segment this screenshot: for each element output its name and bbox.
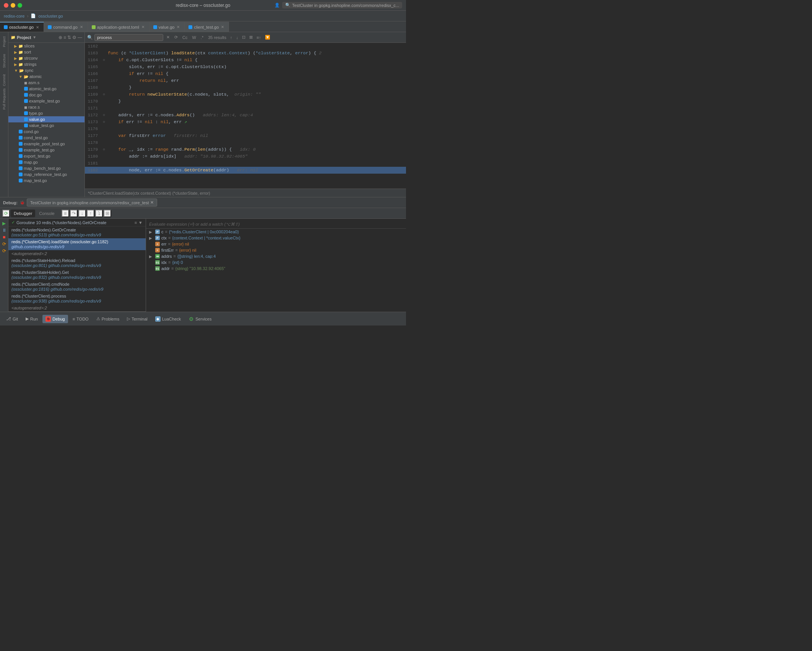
tree-item-value-test[interactable]: value_test.go [8, 122, 84, 129]
frame-item-auto-1[interactable]: <autogenerated>:2 [8, 250, 146, 257]
search-next-button[interactable]: ↓ [234, 34, 240, 41]
tab-close-osscluster[interactable]: ✕ [35, 25, 40, 29]
tree-item-map-ref[interactable]: map_reference_test.go [8, 171, 84, 177]
goroutine-menu-icon[interactable]: ≡ [135, 220, 137, 225]
bottom-btn-luacheck[interactable]: ◆ LuaCheck [152, 315, 184, 323]
var-firstErr[interactable]: ▶ ≡ firstErr = {error} nil [146, 247, 406, 253]
debug-reload2-btn[interactable]: ⟳ [1, 248, 7, 254]
bottom-btn-run[interactable]: ▶ Run [23, 315, 41, 323]
nav-breadcrumb[interactable]: 🔍 TestCluster in gopkg.inshopline.com/co… [282, 2, 402, 8]
bottom-btn-todo[interactable]: ≡ TODO [70, 315, 92, 323]
search-more-button[interactable]: ≡↑ [255, 34, 263, 41]
debug-step-into-btn[interactable]: ↓ [78, 210, 86, 217]
breadcrumb-project[interactable]: redisx-core [4, 14, 24, 18]
tab-close-command[interactable]: ✕ [79, 25, 84, 29]
sidebar-item-structure[interactable]: Structure [0, 51, 8, 70]
tree-btn-close[interactable]: — [78, 35, 82, 40]
tree-item-map-test[interactable]: map_test.go [8, 177, 84, 184]
tree-item-doc-go[interactable]: doc.go [8, 92, 84, 98]
search-prev-button[interactable]: ↑ [229, 34, 234, 41]
search-regex-button[interactable]: .* [199, 34, 205, 41]
search-context-button[interactable]: ⊡ [240, 34, 247, 41]
breadcrumb-file[interactable]: osscluster.go [38, 14, 63, 18]
eval-bar[interactable]: Evaluate expression (⏎) or add a watch (… [146, 220, 406, 229]
sidebar-item-pull-requests[interactable]: Pull Requests [0, 90, 8, 109]
code-editor[interactable]: 1162 1163 func (c *ClusterClient) loadSt… [85, 43, 406, 189]
search-filter-button[interactable]: 🔽 [263, 34, 272, 41]
tree-item-map-bench[interactable]: map_bench_test.go [8, 165, 84, 171]
tree-item-example-pool-test[interactable]: example_pool_test.go [8, 141, 84, 147]
sidebar-item-commit[interactable]: Commit [0, 70, 8, 90]
debug-step-over-btn[interactable]: ↷ [70, 210, 78, 217]
tree-item-atomic-test[interactable]: atomic_test.go [8, 86, 84, 92]
frame-item-4[interactable]: redis.(*ClusterClient).cmdNode (ossclust… [8, 281, 146, 293]
tree-btn-sort[interactable]: ⇅ [67, 35, 71, 40]
tab-console[interactable]: Console [36, 210, 57, 217]
tab-apptest[interactable]: application-gotest.toml ✕ [88, 22, 149, 32]
tree-item-atomic[interactable]: ▼ 📂 atomic [8, 73, 84, 80]
var-c[interactable]: ▶ P c = {*redis.ClusterClient | 0xc00020… [146, 229, 406, 235]
tree-btn-add[interactable]: ⊕ [58, 35, 62, 40]
tree-item-export-test[interactable]: export_test.go [8, 153, 84, 159]
tab-client-test[interactable]: client_test.go ✕ [185, 22, 229, 32]
tree-dropdown-icon[interactable]: ▼ [32, 35, 36, 39]
tree-item-strings[interactable]: ▶ 📁 strings [8, 61, 84, 67]
bottom-btn-terminal[interactable]: ▷ Terminal [124, 315, 151, 323]
search-refresh-button[interactable]: ⟳ [173, 34, 179, 41]
var-addr[interactable]: ▶ 01 addr = {string} "10.98.32.92:4065" [146, 265, 406, 272]
search-case-button[interactable]: Cc [181, 34, 189, 41]
debug-reload1-btn[interactable]: ⟳ [1, 241, 7, 247]
maximize-button[interactable] [18, 3, 22, 8]
debug-frames-btn[interactable]: ≡ [62, 210, 69, 217]
search-word-button[interactable]: W [190, 34, 197, 41]
search-multiline-button[interactable]: ⊠ [248, 34, 254, 41]
tab-command[interactable]: command.go ✕ [44, 22, 88, 32]
bottom-btn-services[interactable]: ⚙ Services [185, 315, 214, 323]
minimize-button[interactable] [11, 3, 15, 8]
tree-item-sync[interactable]: ▼ 📂 sync [8, 67, 84, 73]
user-icon[interactable]: 👤 [274, 3, 280, 8]
tab-close-value[interactable]: ✕ [176, 25, 180, 29]
tree-item-strconv[interactable]: ▶ 📁 strconv [8, 55, 84, 61]
tree-item-type-go[interactable]: type.go [8, 110, 84, 116]
debug-run-cursor-btn[interactable]: ⤵ [95, 210, 103, 217]
var-ctx[interactable]: ▶ P ctx = {context.Context | *context.va… [146, 235, 406, 241]
tab-osscluster[interactable]: osscluster.go ✕ [0, 22, 44, 32]
debug-session-close[interactable]: ✕ [150, 200, 154, 205]
tree-item-slices[interactable]: ▶ 📁 slices [8, 43, 84, 49]
bottom-btn-debug[interactable]: 🐞 Debug [42, 315, 68, 323]
search-clear-button[interactable]: ✕ [165, 34, 171, 41]
tab-value[interactable]: value.go ✕ [149, 22, 185, 32]
tree-item-example-test[interactable]: example_test.go [8, 98, 84, 104]
sidebar-item-project[interactable]: Project [0, 32, 8, 51]
var-addrs[interactable]: ▶ ≔ addrs = {[]string} len:4, cap:4 [146, 253, 406, 259]
frame-item-1[interactable]: redis.(*ClusterClient).loadState (ossclu… [8, 238, 146, 250]
tree-item-race-s[interactable]: ◼ race.s [8, 104, 84, 110]
tree-btn-collapse[interactable]: ≡ [63, 35, 66, 40]
debug-pause-btn[interactable]: ⏸ [1, 227, 7, 233]
frame-item-5[interactable]: redis.(*ClusterClient).process (ossclust… [8, 293, 146, 304]
tab-debugger[interactable]: Debugger [11, 210, 35, 217]
debug-session-tab[interactable]: TestCluster in gopkg.inshopline.com/comm… [27, 199, 158, 207]
tree-item-example-test2[interactable]: example_test.go [8, 147, 84, 153]
debug-restart-btn[interactable]: ⟳ [2, 210, 10, 217]
bottom-btn-git[interactable]: ⎇ Git [3, 315, 21, 323]
tree-item-cond[interactable]: cond.go [8, 129, 84, 135]
frame-item-auto-2[interactable]: <autogenerated>:2 [8, 304, 146, 311]
tree-btn-settings[interactable]: ⚙ [72, 35, 76, 40]
debug-step-out-btn[interactable]: ↑ [87, 210, 94, 217]
frame-item-0[interactable]: redis.(*clusterNodes).GetOrCreate (osscl… [8, 226, 146, 238]
frame-item-3[interactable]: redis.(*clusterStateHolder).Get (ossclus… [8, 269, 146, 281]
frame-item-2[interactable]: redis.(*clusterStateHolder).Reload (ossc… [8, 257, 146, 269]
tree-item-value-go[interactable]: value.go [8, 116, 84, 122]
var-err[interactable]: ▶ ≡ err = {error} nil [146, 241, 406, 247]
debug-stop-btn[interactable]: ■ [1, 234, 7, 240]
close-button[interactable] [4, 3, 8, 8]
tab-close-apptest[interactable]: ✕ [141, 25, 145, 29]
var-idx[interactable]: ▶ 01 idx = {int} 0 [146, 259, 406, 265]
tab-close-client-test[interactable]: ✕ [220, 25, 225, 29]
tree-item-asm-s[interactable]: ◼ asm.s [8, 80, 84, 86]
debug-resume-btn[interactable]: ▶ [1, 220, 7, 226]
search-input[interactable] [94, 34, 163, 41]
debug-evaluate-btn[interactable]: ⊞ [104, 210, 111, 217]
